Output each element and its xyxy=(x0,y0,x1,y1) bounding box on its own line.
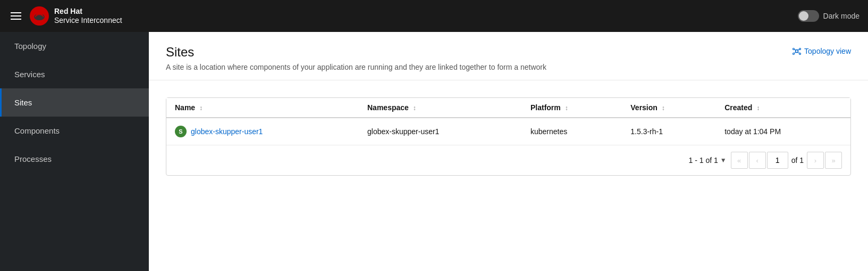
site-link[interactable]: S globex-skupper-user1 xyxy=(175,126,350,137)
sidebar-item-label-processes: Processes xyxy=(14,154,52,163)
pagination: 1 - 1 of 1 ▼ « ‹ of 1 › » xyxy=(166,145,850,175)
page-of-label: of 1 xyxy=(789,156,806,165)
top-nav: Red Hat Service Interconnect Dark mode xyxy=(0,0,868,32)
next-page-button[interactable]: › xyxy=(807,152,824,169)
redhat-logo-icon xyxy=(30,6,49,26)
svg-line-10 xyxy=(797,53,800,53)
first-page-button[interactable]: « xyxy=(731,152,748,169)
cell-namespace: globex-skupper-user1 xyxy=(359,118,522,145)
cell-platform: kubernetes xyxy=(522,118,622,145)
layout: Topology Services Sites Components Proce… xyxy=(0,32,868,271)
sidebar-item-label-components: Components xyxy=(14,126,60,135)
sidebar-item-topology[interactable]: Topology xyxy=(0,32,149,60)
col-platform[interactable]: Platform ↕ xyxy=(522,98,622,118)
topology-view-label: Topology view xyxy=(804,47,851,55)
pagination-controls: « ‹ of 1 › » xyxy=(731,152,842,169)
nav-left: Red Hat Service Interconnect xyxy=(9,6,122,26)
col-name[interactable]: Name ↕ xyxy=(166,98,359,118)
pagination-dropdown-arrow[interactable]: ▼ xyxy=(720,157,727,164)
sidebar-item-label-topology: Topology xyxy=(14,42,46,51)
cell-name: S globex-skupper-user1 xyxy=(166,118,359,145)
brand-text: Red Hat Service Interconnect xyxy=(54,7,122,25)
col-namespace[interactable]: Namespace ↕ xyxy=(359,98,522,118)
last-page-button[interactable]: » xyxy=(825,152,842,169)
svg-point-6 xyxy=(799,53,801,55)
sidebar-item-components[interactable]: Components xyxy=(0,117,149,145)
sort-icon-created: ↕ xyxy=(756,104,760,112)
hamburger-button[interactable] xyxy=(9,10,23,22)
table-row: S globex-skupper-user1 globex-skupper-us… xyxy=(166,118,850,145)
svg-point-2 xyxy=(796,50,798,53)
page-number-input[interactable] xyxy=(767,152,788,169)
pagination-range: 1 - 1 of 1 ▼ xyxy=(688,156,726,165)
brand-product: Service Interconnect xyxy=(54,16,122,25)
svg-line-9 xyxy=(794,53,797,53)
topology-view-link[interactable]: Topology view xyxy=(793,47,851,55)
svg-point-5 xyxy=(793,53,795,55)
nav-right: Dark mode xyxy=(798,10,859,22)
col-created[interactable]: Created ↕ xyxy=(716,98,850,118)
sidebar: Topology Services Sites Components Proce… xyxy=(0,32,149,271)
dark-mode-toggle[interactable]: Dark mode xyxy=(798,10,859,22)
sidebar-item-label-services: Services xyxy=(14,70,45,79)
sidebar-item-label-sites: Sites xyxy=(14,98,32,107)
cell-created: today at 1:04 PM xyxy=(716,118,850,145)
page-title: Sites xyxy=(166,45,546,60)
sidebar-item-processes[interactable]: Processes xyxy=(0,145,149,173)
sort-icon-platform: ↕ xyxy=(565,104,568,112)
sidebar-item-services[interactable]: Services xyxy=(0,60,149,88)
sort-icon-version: ↕ xyxy=(662,104,665,112)
sites-table: Name ↕ Namespace ↕ Platform ↕ xyxy=(166,98,850,145)
brand-name: Red Hat xyxy=(54,7,122,16)
page-subtitle: A site is a location where components of… xyxy=(166,63,546,71)
site-icon: S xyxy=(175,126,187,137)
main-content: Sites A site is a location where compone… xyxy=(149,32,868,271)
page-header-left: Sites A site is a location where compone… xyxy=(166,45,546,71)
sort-icon-name: ↕ xyxy=(199,104,203,112)
dark-mode-label: Dark mode xyxy=(823,12,859,20)
topology-icon xyxy=(793,47,801,55)
toggle-switch[interactable] xyxy=(798,10,819,22)
page-header: Sites A site is a location where compone… xyxy=(149,32,868,80)
sites-table-card: Name ↕ Namespace ↕ Platform ↕ xyxy=(166,97,851,176)
brand: Red Hat Service Interconnect xyxy=(30,6,122,26)
sidebar-item-sites[interactable]: Sites xyxy=(0,88,149,117)
toggle-knob xyxy=(799,11,808,21)
prev-page-button[interactable]: ‹ xyxy=(749,152,766,169)
col-version[interactable]: Version ↕ xyxy=(622,98,716,118)
cell-version: 1.5.3-rh-1 xyxy=(622,118,716,145)
sort-icon-namespace: ↕ xyxy=(413,104,416,112)
